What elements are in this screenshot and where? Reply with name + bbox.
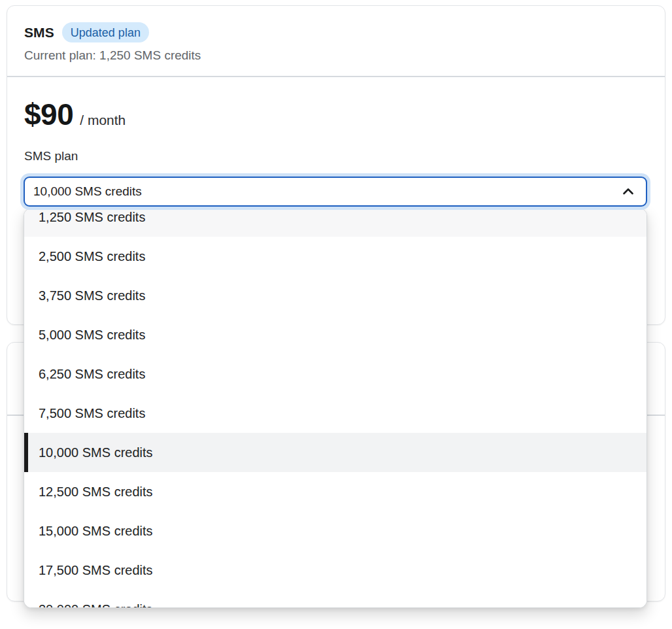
dropdown-option[interactable]: 20,000 SMS credits bbox=[24, 590, 647, 608]
sms-plan-select[interactable]: 10,000 SMS credits bbox=[24, 177, 647, 207]
dropdown-option[interactable]: 17,500 SMS credits bbox=[24, 551, 647, 590]
dropdown-option[interactable]: 6,250 SMS credits bbox=[24, 354, 647, 394]
price-period: / month bbox=[80, 112, 126, 128]
dropdown-option-label: 15,000 SMS credits bbox=[39, 524, 153, 539]
dropdown-option-label: 7,500 SMS credits bbox=[39, 406, 145, 421]
dropdown-option[interactable]: 12,500 SMS credits bbox=[24, 472, 647, 511]
card-title: SMS bbox=[24, 25, 54, 41]
price-row: $90 / month bbox=[24, 99, 648, 129]
dropdown-option-label: 6,250 SMS credits bbox=[39, 367, 145, 382]
dropdown-option-label: 12,500 SMS credits bbox=[39, 484, 153, 500]
dropdown-option-label: 5,000 SMS credits bbox=[39, 328, 145, 343]
dropdown-option[interactable]: 1,250 SMS credits bbox=[24, 208, 647, 237]
price-amount: $90 bbox=[24, 99, 73, 129]
dropdown-option-list: 1,250 SMS credits2,500 SMS credits3,750 … bbox=[24, 208, 647, 608]
sms-title-row: SMS Updated plan bbox=[24, 22, 648, 42]
dropdown-option[interactable]: 10,000 SMS credits bbox=[24, 433, 647, 472]
dropdown-option[interactable]: 7,500 SMS credits bbox=[24, 394, 647, 433]
current-plan-text: Current plan: 1,250 SMS credits bbox=[24, 48, 648, 63]
dropdown-option[interactable]: 5,000 SMS credits bbox=[24, 315, 647, 354]
selected-option-bar bbox=[24, 433, 28, 472]
dropdown-option-label: 10,000 SMS credits bbox=[39, 445, 153, 460]
dropdown-option[interactable]: 3,750 SMS credits bbox=[24, 276, 647, 315]
chevron-up-icon bbox=[621, 184, 635, 199]
sms-plan-select-value: 10,000 SMS credits bbox=[33, 184, 142, 199]
dropdown-option-label: 2,500 SMS credits bbox=[39, 249, 145, 264]
dropdown-option-label: 17,500 SMS credits bbox=[39, 563, 153, 578]
sms-card-body: $90 / month SMS plan bbox=[7, 99, 665, 163]
updated-plan-badge: Updated plan bbox=[62, 22, 149, 42]
sms-plan-dropdown: 1,250 SMS credits2,500 SMS credits3,750 … bbox=[24, 208, 647, 608]
dropdown-option[interactable]: 15,000 SMS credits bbox=[24, 511, 647, 551]
dropdown-option[interactable]: 2,500 SMS credits bbox=[24, 237, 647, 276]
sms-plan-select-label: SMS plan bbox=[24, 149, 648, 163]
dropdown-option-label: 3,750 SMS credits bbox=[39, 288, 145, 303]
dropdown-option-label: 20,000 SMS credits bbox=[39, 602, 153, 609]
dropdown-option-label: 1,250 SMS credits bbox=[39, 210, 145, 225]
sms-card-header: SMS Updated plan Current plan: 1,250 SMS… bbox=[7, 6, 665, 77]
